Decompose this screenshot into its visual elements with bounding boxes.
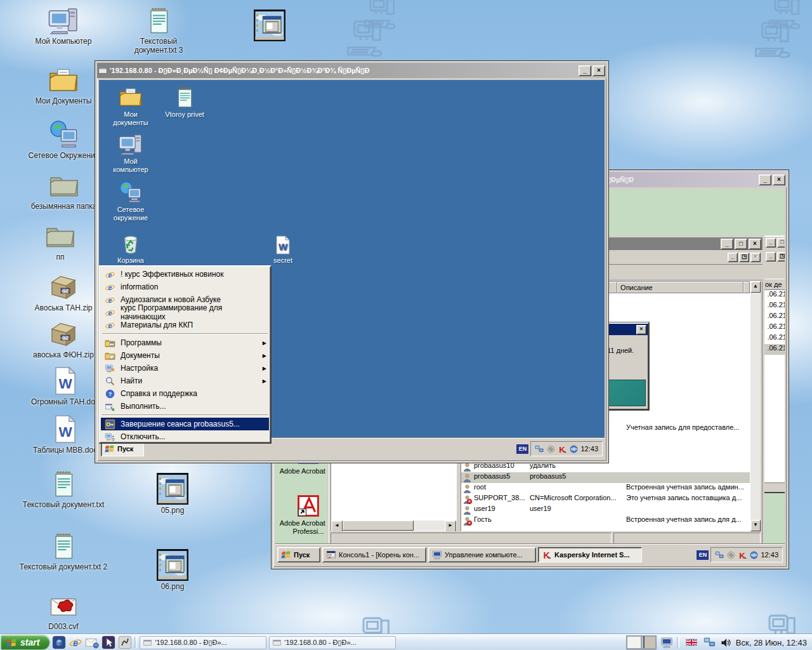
table-row-user-selected[interactable]: probaasus5probaasus5 bbox=[461, 472, 750, 483]
date-cell[interactable]: .06.21 bbox=[762, 344, 785, 355]
task-button-kaspersky[interactable]: Kaspersky Internet S... bbox=[538, 547, 642, 562]
network-tray-icon[interactable] bbox=[715, 550, 724, 560]
menu-item-documents[interactable]: Документы bbox=[101, 349, 269, 362]
minimize-icon[interactable]: _ bbox=[759, 175, 771, 185]
menu-label: information bbox=[121, 282, 158, 291]
table-row-user[interactable]: × ГостьВстроенная учетная запись для д..… bbox=[461, 515, 750, 526]
tray-clock[interactable]: 12:43 bbox=[580, 445, 598, 453]
menu-item-help[interactable]: Справка и поддержка bbox=[101, 387, 269, 400]
close-icon[interactable]: × bbox=[593, 65, 605, 76]
volume-tray-icon[interactable] bbox=[546, 444, 556, 454]
desktop-icon-my-computer[interactable]: Мой компьютер bbox=[105, 132, 156, 174]
my-computer-icon bbox=[48, 5, 79, 36]
host-clock[interactable]: Вск, 28 Июн, 12:43 bbox=[736, 638, 807, 647]
maximize-icon[interactable]: □ bbox=[777, 238, 785, 248]
menu-label: Настройка bbox=[121, 364, 158, 373]
quick-launch-desktop-icon[interactable] bbox=[52, 635, 66, 649]
menu-item-settings[interactable]: Настройка bbox=[101, 362, 269, 375]
scroll-right-icon[interactable]: ► bbox=[445, 521, 456, 532]
desktop-icon-secret[interactable]: secret bbox=[258, 235, 308, 265]
quick-launch-mail-icon[interactable] bbox=[85, 635, 99, 649]
close-icon[interactable]: × bbox=[749, 239, 761, 249]
globe-tray-icon[interactable] bbox=[569, 444, 579, 454]
network-tray-icon[interactable] bbox=[535, 444, 544, 454]
volume-tray-icon[interactable] bbox=[726, 550, 736, 560]
desktop-icon-cvf-file[interactable]: D003.cvf bbox=[19, 590, 108, 631]
menu-item-pinned[interactable]: курс Программирование для начинающих bbox=[101, 306, 269, 319]
desktop-icon-text-document[interactable]: Текстовый документ.txt bbox=[16, 468, 111, 509]
menu-item-pinned[interactable]: Материалы для ККП bbox=[101, 319, 269, 331]
system-monitor-tray-icon[interactable] bbox=[660, 636, 673, 649]
date-cell[interactable]: .06.21 bbox=[762, 333, 785, 344]
start-button[interactable]: Пуск bbox=[277, 547, 320, 562]
kaspersky-tray-icon[interactable] bbox=[558, 444, 567, 454]
mdi-restore-icon[interactable]: ◳ bbox=[739, 253, 749, 262]
desktop-icon-vtoroy-privet[interactable]: Vtoroy privet bbox=[156, 85, 213, 119]
desktop-icon-image-05[interactable]: 05.png bbox=[134, 473, 211, 515]
tray-clock[interactable]: 12:43 bbox=[761, 551, 778, 559]
minimize-icon[interactable]: _ bbox=[721, 239, 733, 249]
minimize-icon[interactable]: _ bbox=[766, 238, 776, 248]
menu-item-pinned[interactable]: information bbox=[101, 281, 269, 293]
desktop-icon-folder[interactable]: пп bbox=[25, 221, 95, 262]
quick-launch-browser-icon[interactable] bbox=[69, 635, 82, 649]
session1-titlebar[interactable]: '192.168.0.80 - Ð▯Ð»Ð¸ÐµÐ½Ñ▯ Ð¢ÐµÑ▯Ð¼Ð¸Ð… bbox=[97, 63, 606, 78]
menu-item-logoff[interactable]: Завершение сеанса probaasus5... bbox=[101, 418, 269, 430]
menu-item-disconnect[interactable]: Отключить... bbox=[101, 430, 269, 443]
minimize-icon[interactable]: _ bbox=[579, 65, 591, 76]
desktop-icon-my-computer[interactable]: Мой Компьютер bbox=[19, 5, 108, 46]
icon-label: Корзина bbox=[117, 256, 144, 264]
language-indicator[interactable]: EN bbox=[697, 550, 709, 560]
remote-desktop-tray-icon[interactable] bbox=[704, 636, 716, 649]
scroll-up-icon[interactable]: ▲ bbox=[750, 281, 761, 293]
scroll-left-icon[interactable]: ◄ bbox=[331, 521, 343, 532]
close-icon[interactable]: × bbox=[773, 175, 785, 185]
table-row-user[interactable]: probaasus10удалить bbox=[461, 461, 750, 472]
desktop-icon-image-preview[interactable] bbox=[238, 10, 301, 43]
session1-tray: EN 12:43 bbox=[516, 441, 603, 456]
desktop-icon-image-06[interactable]: 06.png bbox=[134, 549, 211, 591]
date-cell[interactable]: .06.21 bbox=[762, 322, 785, 333]
task-button-computer-management[interactable]: Управление компьюте... bbox=[428, 547, 536, 562]
desktop-icon-my-documents[interactable]: Мои документы bbox=[105, 85, 156, 127]
maximize-icon[interactable]: □ bbox=[735, 239, 747, 249]
task-button-console[interactable]: Консоль1 - [Корень кон... bbox=[322, 547, 426, 562]
date-cell[interactable]: .06.21 bbox=[762, 290, 785, 301]
workspace-pager[interactable] bbox=[626, 635, 657, 649]
table-row-user[interactable]: rootВстроенная учетная запись админ... bbox=[461, 483, 750, 494]
desktop-icon-recycle-bin[interactable]: Корзина bbox=[105, 231, 156, 265]
date-cell[interactable]: .06.21 bbox=[762, 301, 785, 312]
language-indicator[interactable]: EN bbox=[516, 444, 528, 454]
table-row-user[interactable]: user19user19 bbox=[461, 505, 750, 515]
menu-item-pinned[interactable]: ! курс Эффективных новинок bbox=[101, 268, 269, 281]
column-header-fragment[interactable]: ок де bbox=[762, 279, 785, 290]
start-button[interactable]: start bbox=[1, 635, 49, 649]
description-column-header[interactable]: Описание bbox=[617, 282, 743, 293]
icon-label: secret bbox=[273, 256, 292, 264]
minimize-icon[interactable]: _ bbox=[766, 252, 776, 262]
globe-tray-icon[interactable] bbox=[749, 550, 759, 560]
quick-launch-remote-desktop-icon[interactable] bbox=[102, 635, 115, 649]
desktop-icon-text-document[interactable]: Текстовый документ.txt 2 bbox=[16, 531, 111, 571]
desktop-icon-network-places[interactable]: Сетевое окружение bbox=[105, 180, 156, 222]
task-button-rdp-1[interactable]: '192.168.0.80 - Ð▯Ð»... bbox=[140, 636, 266, 649]
quick-launch-app-icon[interactable] bbox=[118, 635, 132, 649]
menu-item-programs[interactable]: Программы bbox=[101, 336, 269, 349]
menu-item-search[interactable]: Найти bbox=[101, 375, 269, 387]
kaspersky-tray-icon[interactable] bbox=[738, 550, 747, 560]
date-cell[interactable]: .06.21 bbox=[762, 312, 785, 322]
speaker-icon[interactable] bbox=[720, 637, 732, 649]
table-row-user[interactable]: × SUPPORT_38...CN=Microsoft Corporation.… bbox=[461, 494, 750, 505]
close-icon[interactable]: × bbox=[636, 325, 646, 335]
vertical-scrollbar[interactable]: ▲ ▼ bbox=[750, 281, 761, 531]
restore-icon[interactable]: ◳ bbox=[777, 252, 785, 262]
mdi-close-icon[interactable]: × bbox=[750, 253, 761, 262]
scrollbar-thumb[interactable] bbox=[343, 521, 414, 531]
task-button-rdp-2[interactable]: '192.168.0.80 - Ð▯Ð»... bbox=[269, 636, 396, 649]
menu-item-run[interactable]: Выполнить... bbox=[101, 400, 269, 413]
scroll-down-icon[interactable]: ▼ bbox=[750, 520, 761, 531]
keyboard-layout-flag-icon[interactable] bbox=[683, 637, 700, 648]
mdi-minimize-icon[interactable]: _ bbox=[728, 253, 738, 262]
desktop-icon-text-document[interactable]: Текстовый документ.txt 3 bbox=[121, 5, 197, 55]
horizontal-scrollbar[interactable]: ◄ ► bbox=[331, 521, 456, 531]
